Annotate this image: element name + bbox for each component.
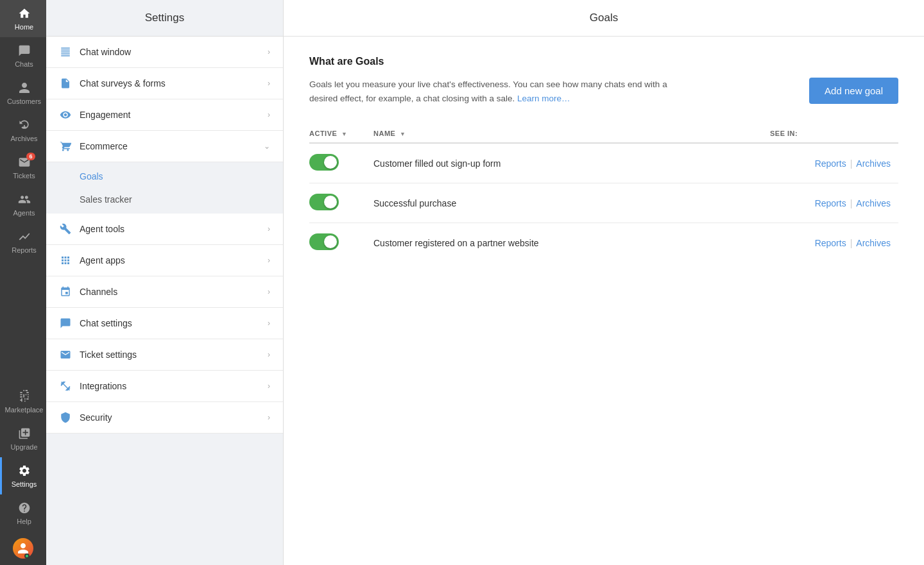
sidebar-item-settings[interactable]: Settings [0, 457, 46, 494]
help-icon [17, 501, 31, 515]
goal-toggle-2[interactable] [309, 194, 339, 210]
menu-item-chat-settings[interactable]: Chat settings › [46, 308, 283, 339]
main-body: What are Goals Goals let you measure you… [284, 37, 924, 282]
menu-item-chat-window[interactable]: Chat window › [46, 37, 283, 68]
link-separator: | [850, 238, 853, 248]
sidebar-item-chats[interactable]: Chats [0, 37, 46, 74]
menu-item-agent-tools[interactable]: Agent tools › [46, 214, 283, 245]
sidebar-label-archives: Archives [10, 135, 37, 142]
sidebar-item-upgrade[interactable]: Upgrade [0, 420, 46, 457]
th-name: NAME ▼ [373, 124, 770, 143]
archives-link[interactable]: Archives [856, 158, 891, 169]
surveys-icon [59, 77, 72, 90]
section-title: What are Goals [309, 56, 898, 67]
chat-icon [17, 44, 31, 58]
learn-more-link[interactable]: Learn more… [517, 94, 570, 103]
settings-panel: Settings Chat window › Chat surveys & fo… [46, 0, 284, 565]
user-avatar[interactable] [10, 532, 36, 565]
sidebar-label-reports: Reports [12, 246, 37, 254]
chevron-down-icon: ⌄ [264, 142, 270, 151]
menu-label-integrations: Integrations [80, 381, 126, 391]
chevron-right-icon: › [268, 319, 270, 328]
sidebar-item-home[interactable]: Home [0, 0, 46, 37]
sidebar-label-tickets: Tickets [13, 172, 35, 180]
goal-toggle-3[interactable] [309, 233, 339, 250]
integrations-icon [59, 380, 72, 392]
chevron-right-icon: › [268, 350, 270, 359]
goal-seein: Reports | Archives [770, 143, 898, 183]
tickets-icon: 6 [17, 155, 31, 169]
th-active: ACTIVE ▼ [309, 124, 373, 143]
menu-item-agent-apps[interactable]: Agent apps › [46, 245, 283, 276]
menu-label-agent-apps: Agent apps [80, 255, 125, 266]
security-icon [59, 411, 72, 424]
menu-label-security: Security [80, 412, 112, 423]
submenu-label-sales-tracker: Sales tracker [80, 194, 132, 205]
sidebar-item-customers[interactable]: Customers [0, 74, 46, 112]
sidebar-item-tickets[interactable]: 6 Tickets [0, 149, 46, 186]
sidebar-item-marketplace[interactable]: Marketplace [0, 383, 46, 420]
link-separator: | [850, 158, 853, 169]
upgrade-icon [17, 426, 31, 441]
chevron-right-icon: › [268, 224, 270, 233]
avatar [13, 538, 33, 559]
menu-label-engagement: Engagement [80, 110, 130, 120]
menu-item-ticket-settings[interactable]: Ticket settings › [46, 339, 283, 371]
sidebar-label-customers: Customers [7, 97, 41, 105]
menu-item-integrations[interactable]: Integrations › [46, 371, 283, 402]
reports-link[interactable]: Reports [815, 198, 846, 208]
link-separator: | [850, 198, 853, 208]
menu-item-security[interactable]: Security › [46, 402, 283, 434]
sidebar-item-help[interactable]: Help [0, 494, 46, 532]
sidebar-item-reports[interactable]: Reports [0, 223, 46, 260]
window-icon [59, 46, 72, 58]
customers-icon [17, 81, 31, 95]
tools-icon [59, 223, 72, 235]
chevron-right-icon: › [268, 287, 270, 296]
sidebar-label-agents: Agents [13, 209, 35, 217]
menu-item-chat-surveys[interactable]: Chat surveys & forms › [46, 68, 283, 99]
sidebar-label-upgrade: Upgrade [10, 443, 37, 451]
archives-link[interactable]: Archives [856, 238, 891, 248]
table-row: Customer registered on a partner website… [309, 223, 898, 263]
sidebar-item-agents[interactable]: Agents [0, 186, 46, 223]
menu-item-channels[interactable]: Channels › [46, 276, 283, 308]
menu-label-channels: Channels [80, 287, 117, 297]
submenu-item-sales-tracker[interactable]: Sales tracker [46, 188, 283, 211]
menu-item-engagement[interactable]: Engagement › [46, 99, 283, 131]
reports-link[interactable]: Reports [815, 238, 846, 248]
goal-seein: Reports | Archives [770, 183, 898, 223]
description-row: Goals let you measure your live chat's e… [309, 78, 898, 105]
sidebar-label-home: Home [15, 23, 33, 31]
goal-name: Successful purchase [373, 183, 770, 223]
chevron-right-icon: › [268, 382, 270, 391]
add-goal-button[interactable]: Add new goal [809, 78, 898, 104]
goals-table: ACTIVE ▼ NAME ▼ SEE IN: C [309, 124, 898, 262]
settings-panel-title: Settings [46, 0, 283, 37]
reports-link[interactable]: Reports [815, 158, 846, 169]
sidebar-item-archives[interactable]: Archives [0, 112, 46, 149]
menu-item-ecommerce[interactable]: Ecommerce ⌄ [46, 131, 283, 162]
menu-label-agent-tools: Agent tools [80, 224, 124, 234]
sidebar-label-chats: Chats [15, 60, 33, 68]
chevron-right-icon: › [268, 110, 270, 119]
table-row: Successful purchase Reports | Archives [309, 183, 898, 223]
submenu-label-goals: Goals [80, 171, 103, 181]
archives-link[interactable]: Archives [856, 198, 891, 208]
left-navigation: Home Chats Customers Archives 6 Tickets … [0, 0, 46, 565]
marketplace-icon [17, 389, 31, 403]
menu-label-ecommerce: Ecommerce [80, 141, 128, 151]
tickets-badge: 6 [26, 153, 35, 160]
submenu-item-goals[interactable]: Goals [46, 165, 283, 188]
menu-label-ticket-settings: Ticket settings [80, 350, 137, 360]
sidebar-label-settings: Settings [12, 480, 37, 488]
sort-arrow-name: ▼ [400, 131, 406, 137]
goal-toggle-1[interactable] [309, 154, 339, 171]
cart-icon [59, 140, 72, 153]
goal-name: Customer registered on a partner website [373, 223, 770, 263]
goal-toggle-cell [309, 183, 373, 223]
main-content: Goals What are Goals Goals let you measu… [284, 0, 924, 565]
apps-icon [59, 254, 72, 267]
th-seein: SEE IN: [770, 124, 898, 143]
goal-seein: Reports | Archives [770, 223, 898, 263]
